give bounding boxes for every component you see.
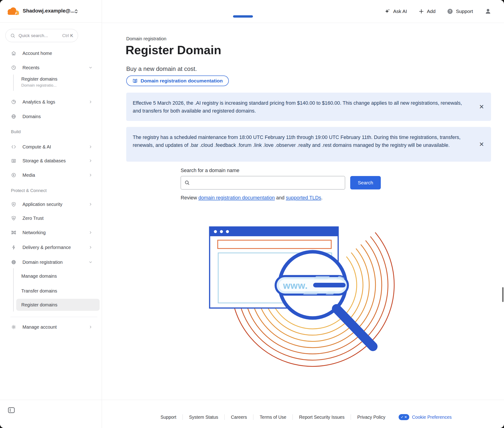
sidebar-item-analytics-logs[interactable]: Analytics & logs [0,97,102,107]
sidebar-item-storage-databases[interactable]: Storage & databases [0,156,102,166]
gear-icon [11,324,17,330]
close-icon[interactable]: ✕ [479,141,484,148]
sidebar-item-manage-account[interactable]: Manage account [0,322,102,332]
sidebar-item-zero-trust[interactable]: Zero Trust [0,213,102,223]
question-circle-icon: ? [447,8,453,14]
sidebar-item-label: Compute & AI [23,144,51,150]
footer-link-careers[interactable]: Careers [225,415,253,420]
sidebar-item-recent-register-domains[interactable]: Register domains Domain registratio... [21,76,98,88]
ask-ai-label: Ask AI [393,8,407,14]
footer-link-privacy-policy[interactable]: Privacy Policy [351,415,391,420]
play-circle-icon [11,172,17,178]
footer-link-support[interactable]: Support [154,415,182,420]
cloudflare-dashboard: Shadowj.example@... Quick search... Ctrl… [0,0,504,428]
review-prefix: Review [181,195,198,201]
check-glyph: ✓ [401,415,404,419]
sidebar-item-label: Domain registration [23,260,63,265]
svg-text:?: ? [449,9,451,13]
shortcut-key: K [70,33,73,38]
sidebar-item-media[interactable]: Media [0,170,102,180]
chevron-down-icon [89,260,93,264]
shield-arrow-icon [11,215,17,221]
sidebar-item-transfer-domains[interactable]: Transfer domains [0,286,102,296]
sidebar-item-compute-ai[interactable]: Compute & AI [0,142,102,152]
scrollbar-thumb[interactable] [502,287,504,302]
sidebar-item-delivery-performance[interactable]: Delivery & performance [0,242,102,252]
sidebar-item-label: Storage & databases [23,158,66,164]
chevron-right-icon [89,100,93,104]
chevron-right-icon [89,202,93,206]
page-subtitle: Buy a new domain at cost. [126,65,197,73]
storage-icon [11,158,17,164]
sidebar-item-register-domains[interactable]: Register domains [0,300,102,310]
chevron-right-icon [89,230,93,235]
footer-link-report-security-issues[interactable]: Report Security Issues [293,415,351,420]
panel-collapse-icon [8,407,15,413]
sidebar-section-build: Build [11,129,21,134]
sidebar-item-recents[interactable]: Recents [0,63,102,73]
sidebar-item-label: Analytics & logs [23,99,55,105]
supported-tlds-link[interactable]: supported TLDs [286,195,321,201]
sidebar-item-domain-registration[interactable]: Domain registration [0,257,102,267]
footer: Support System Status Careers Terms of U… [102,410,504,424]
sidebar-item-account-home[interactable]: Account home [0,48,102,58]
sidebar-item-label: Manage account [23,324,57,330]
cookie-preferences-label: Cookie Preferences [412,415,452,420]
quick-search-input[interactable]: Quick search... Ctrl K [5,29,78,42]
sidebar-item-label: Media [23,173,35,178]
search-button[interactable]: Search [350,176,381,189]
www-text: www. [283,280,308,291]
domain-search-illustration: www. [201,222,398,385]
chevron-right-icon [89,173,93,177]
chevron-right-icon [89,145,93,149]
breadcrumb: Domain registration [126,36,166,41]
sidebar-section-protect-connect: Protect & Connect [11,188,47,193]
footer-link-system-status[interactable]: System Status [183,415,224,420]
documentation-link[interactable]: domain registration documentation [198,195,275,201]
sidebar-item-networking[interactable]: Networking [0,227,102,238]
domain-search-input[interactable] [181,176,345,189]
user-icon [485,8,491,15]
close-icon[interactable]: ✕ [479,103,484,110]
sidebar-item-label: Register domains [21,302,58,308]
sidebar-item-label: Application security [23,202,62,207]
house-icon [11,50,17,56]
network-icon [11,230,17,235]
footer-link-terms-of-use[interactable]: Terms of Use [253,415,293,420]
globe-icon [11,114,17,119]
sidebar-item-label: Zero Trust [23,216,43,221]
documentation-link-button[interactable]: Domain registration documentation [126,75,229,86]
x-glyph: ✕ [404,415,407,419]
top-navigation: Ask AI Add ? Support [384,0,491,23]
plus-icon [419,8,424,14]
sidebar-item-domains[interactable]: Domains [0,111,102,122]
chevron-down-icon [89,66,93,70]
ask-ai-button[interactable]: Ask AI [384,8,407,14]
cookie-preferences-button[interactable]: ✓✕ Cookie Preferences [399,414,452,420]
unfold-icon[interactable] [73,8,79,14]
sidebar-divider [10,317,97,317]
top-scroll-indicator [233,15,253,18]
notice-text: Effective 5 March 2026, the .AI registry… [133,100,462,114]
page-title: Register Domain [125,43,221,57]
account-switcher[interactable]: Shadowj.example@... [0,0,102,23]
chevron-right-icon [89,325,93,329]
add-button[interactable]: Add [419,8,435,14]
clock-icon [11,65,17,70]
support-button[interactable]: ? Support [447,8,473,14]
code-icon [11,144,17,150]
sidebar-item-manage-domains[interactable]: Manage domains [0,271,102,281]
sidebar-item-label: Manage domains [21,273,57,279]
sidebar-item-label: Delivery & performance [23,245,71,250]
shield-icon [11,201,17,207]
sidebar-item-label: Register domains [21,76,98,82]
sparkle-icon [384,8,390,14]
notice-text: The registry has a scheduled maintenance… [133,135,461,148]
collapse-sidebar-button[interactable] [8,407,15,413]
sidebar-item-label: Networking [23,230,46,235]
review-suffix: . [321,195,323,201]
user-menu-button[interactable] [485,8,491,15]
notice-banner-maintenance: The registry has a scheduled maintenance… [126,127,491,162]
cookie-consent-icon: ✓✕ [399,414,409,420]
sidebar-item-application-security[interactable]: Application security [0,199,102,209]
